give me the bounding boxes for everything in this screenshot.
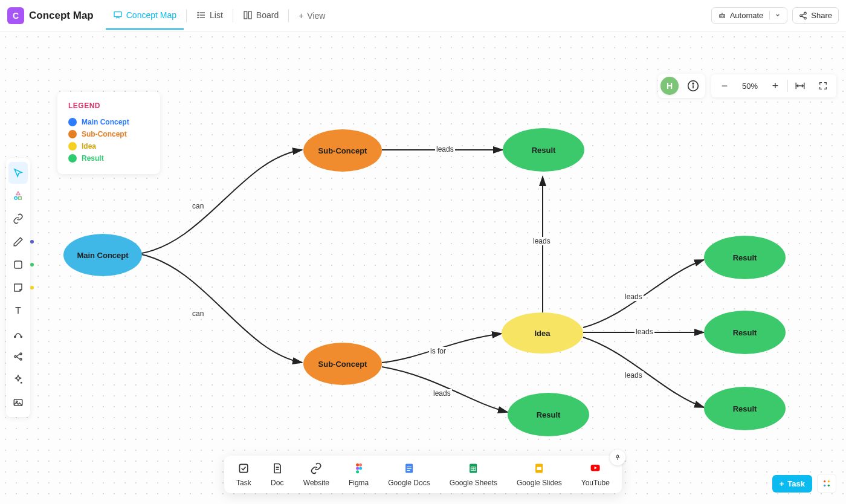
svg-point-62: [828, 485, 830, 486]
svg-point-42: [356, 464, 359, 467]
automate-button[interactable]: Automate: [711, 7, 788, 24]
svg-line-16: [802, 13, 804, 15]
dock-figma[interactable]: Figma: [349, 462, 369, 487]
svg-rect-49: [407, 468, 412, 469]
app-title: Concept Map: [29, 10, 94, 22]
zoom-value: 50%: [737, 82, 763, 91]
user-avatar[interactable]: H: [660, 77, 679, 95]
svg-point-13: [804, 12, 807, 15]
bottom-right-actions: + Task: [772, 474, 836, 493]
dock-label: Website: [303, 479, 329, 487]
svg-point-5: [198, 15, 198, 15]
svg-line-28: [16, 354, 20, 357]
dock-google-slides[interactable]: Google Slides: [517, 462, 562, 487]
tool-connector[interactable]: [8, 323, 28, 344]
legend-label: Sub-Concept: [82, 130, 127, 138]
svg-point-61: [824, 485, 825, 486]
node-result[interactable]: Result: [704, 311, 786, 354]
app-icon: C: [7, 7, 24, 24]
pin-dock-button[interactable]: [610, 450, 625, 465]
node-label: Result: [733, 253, 757, 262]
fullscreen-button[interactable]: [812, 77, 834, 95]
tab-label: List: [210, 10, 223, 20]
robot-icon: [718, 11, 726, 20]
plus-icon: +: [299, 11, 303, 21]
info-button[interactable]: [683, 76, 703, 95]
svg-point-59: [824, 480, 825, 482]
node-result[interactable]: Result: [508, 393, 589, 436]
legend-card[interactable]: LEGEND Main Concept Sub-Concept Idea Res…: [57, 92, 160, 174]
figma-icon: [352, 462, 366, 475]
zoom-in-button[interactable]: +: [764, 77, 786, 95]
legend-row: Result: [68, 152, 149, 164]
apps-icon: [822, 479, 831, 488]
node-label: Result: [733, 328, 757, 337]
dock-label: Google Slides: [517, 479, 562, 487]
dock-doc[interactable]: Doc: [271, 462, 284, 487]
edge-label: leads: [532, 237, 552, 245]
dock-website[interactable]: Website: [303, 462, 329, 487]
create-task-button[interactable]: + Task: [772, 475, 812, 493]
dock-google-sheets[interactable]: Google Sheets: [450, 462, 497, 487]
tool-select[interactable]: [8, 162, 28, 184]
info-icon: [687, 80, 699, 92]
svg-point-15: [804, 17, 807, 19]
svg-point-26: [20, 353, 22, 355]
tool-link[interactable]: [8, 208, 28, 230]
tool-mindmap[interactable]: [8, 346, 28, 367]
node-label: Result: [537, 410, 561, 419]
legend-dot-icon: [68, 118, 77, 126]
node-idea[interactable]: Idea: [502, 312, 583, 354]
dock-youtube[interactable]: YouTube: [581, 462, 610, 487]
add-view-button[interactable]: + View: [291, 6, 332, 25]
svg-point-23: [15, 336, 16, 337]
tool-shapes[interactable]: [8, 185, 28, 207]
tab-list[interactable]: List: [189, 2, 230, 30]
tab-concept-map[interactable]: Concept Map: [106, 2, 184, 30]
node-result[interactable]: Result: [704, 236, 786, 279]
divider: [288, 9, 289, 22]
node-main-concept[interactable]: Main Concept: [63, 234, 142, 276]
whiteboard-icon: [113, 10, 123, 20]
apps-button[interactable]: [817, 474, 836, 493]
node-result[interactable]: Result: [503, 128, 584, 172]
share-icon: [799, 11, 807, 20]
edge-label: leads: [624, 371, 644, 380]
svg-rect-56: [537, 467, 542, 470]
node-sub-concept[interactable]: Sub-Concept: [303, 343, 382, 385]
dock-label: Doc: [271, 479, 283, 487]
svg-point-18: [15, 197, 18, 200]
svg-point-14: [800, 15, 802, 17]
dock-task[interactable]: Task: [236, 462, 251, 487]
dock-label: YouTube: [581, 479, 610, 487]
share-button[interactable]: Share: [792, 7, 839, 24]
tool-sticky-note[interactable]: [8, 277, 28, 299]
edge-label: leads: [435, 145, 455, 153]
top-toolbar: C Concept Map Concept Map List Board + V…: [0, 0, 846, 31]
svg-point-60: [828, 480, 830, 482]
legend-row: Main Concept: [68, 116, 149, 128]
svg-point-11: [723, 16, 723, 16]
legend-row: Idea: [68, 140, 149, 152]
tool-text[interactable]: [8, 300, 28, 321]
dock-google-docs[interactable]: Google Docs: [388, 462, 430, 487]
svg-point-6: [198, 17, 198, 18]
tab-board[interactable]: Board: [236, 2, 286, 30]
svg-point-27: [20, 358, 22, 360]
tool-ai[interactable]: [8, 369, 28, 390]
chevron-down-icon: [769, 11, 781, 20]
svg-point-35: [693, 83, 694, 84]
zoom-out-button[interactable]: −: [714, 77, 735, 95]
node-sub-concept[interactable]: Sub-Concept: [303, 129, 382, 172]
zoom-controls: − 50% +: [711, 74, 836, 97]
node-result[interactable]: Result: [704, 387, 786, 430]
tool-image[interactable]: [8, 392, 28, 413]
svg-rect-0: [114, 11, 121, 16]
divider: [233, 9, 233, 22]
svg-point-4: [198, 12, 198, 13]
legend-title: LEGEND: [68, 102, 149, 110]
canvas[interactable]: can can leads is for leads leads leads l…: [0, 31, 846, 504]
tool-rectangle[interactable]: [8, 254, 28, 276]
tool-pen[interactable]: [8, 231, 28, 253]
fit-width-button[interactable]: [789, 77, 811, 95]
